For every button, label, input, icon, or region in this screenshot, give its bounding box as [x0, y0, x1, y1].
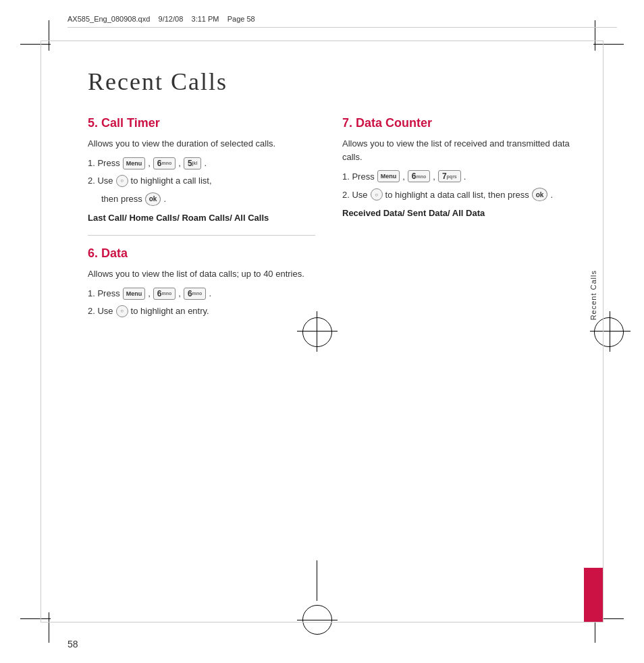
- key-6mno-2b: 6mno: [184, 288, 206, 300]
- data-counter-description: Allows you to view the list of received …: [342, 137, 570, 163]
- data-heading: 6. Data: [88, 246, 315, 261]
- data-description: Allows you to view the list of data call…: [88, 267, 315, 281]
- key-menu-2: Menu: [123, 288, 146, 300]
- header-page: Page 58: [227, 15, 255, 23]
- col-right: 7. Data Counter Allows you to view the l…: [329, 116, 570, 323]
- call-timer-step2b: then press ok .: [88, 192, 315, 206]
- k7d1: 7: [442, 171, 447, 181]
- section-data: 6. Data Allows you to view the list of d…: [88, 246, 315, 317]
- dc-step2a-middle: to highlight a data call list, then pres…: [385, 190, 529, 200]
- col-left: 5. Call Timer Allows you to view the dur…: [68, 116, 315, 323]
- page-number: 58: [68, 639, 78, 649]
- d-step2-middle: to highlight an entry.: [131, 306, 209, 316]
- k5l1: jkl: [192, 161, 198, 165]
- page-title: Recent Calls: [88, 68, 570, 96]
- dc-step2a-label: 2. Use: [342, 190, 368, 200]
- data-step1: 1. Press Menu , 6mno , 6mno .: [88, 288, 315, 300]
- k6d2: 6: [157, 289, 162, 298]
- d-step1-label: 1. Press: [88, 288, 120, 298]
- header-date: 9/12/08: [159, 15, 184, 23]
- data-counter-options: Received Data/ Sent Data/ All Data: [342, 207, 570, 220]
- two-column-layout: 5. Call Timer Allows you to view the dur…: [68, 116, 570, 323]
- dc-step1-label: 1. Press: [342, 171, 375, 182]
- ct-step2b-label: then press: [101, 194, 142, 204]
- key-menu-1-label: Menu: [126, 160, 142, 167]
- k6l3: mno: [417, 174, 427, 179]
- k6l1: mno: [162, 161, 172, 165]
- nav-circle-2: ○: [116, 305, 128, 317]
- section-data-counter: 7. Data Counter Allows you to view the l…: [342, 116, 570, 220]
- key-6mno-2: 6mno: [153, 288, 176, 300]
- key-menu-2-label: Menu: [126, 290, 142, 297]
- side-tab-label: Recent Calls: [589, 270, 597, 325]
- filename-text: AX585_Eng_080908.qxd: [68, 15, 150, 23]
- key-ok-2-label: ok: [536, 191, 544, 198]
- key-ok-1: ok: [145, 192, 161, 206]
- side-tab: Recent Calls: [584, 270, 603, 622]
- k6d3: 6: [412, 171, 417, 181]
- side-tab-red-block: [584, 568, 603, 622]
- call-timer-options: Last Call/ Home Calls/ Roam Calls/ All C…: [88, 211, 315, 225]
- key-5jkl-1: 5jkl: [184, 157, 201, 169]
- call-timer-step2a: 2. Use ○ to highlight a call list,: [88, 175, 315, 187]
- k6d1: 6: [157, 159, 162, 168]
- key-ok-2: ok: [532, 188, 548, 201]
- k6l2b: mno: [192, 291, 203, 296]
- nav-circle-3: ○: [371, 188, 383, 201]
- ct-step1-label: 1. Press: [88, 158, 120, 168]
- call-timer-step1: 1. Press Menu , 6mno , 5jkl .: [88, 157, 315, 169]
- section-divider: [88, 235, 315, 236]
- data-counter-heading: 7. Data Counter: [342, 116, 570, 130]
- key-menu-3-label: Menu: [381, 173, 397, 180]
- k6d2b: 6: [188, 289, 192, 298]
- ct-step2a-label: 2. Use: [88, 176, 113, 186]
- d-step2-label: 2. Use: [88, 306, 113, 316]
- header: AX585_Eng_080908.qxd 9/12/08 3:11 PM Pag…: [68, 15, 617, 28]
- key-ok-1-label: ok: [149, 195, 157, 203]
- key-6mno-3: 6mno: [408, 170, 430, 182]
- data-counter-step1: 1. Press Menu , 6mno , 7pqrs .: [342, 170, 570, 182]
- key-menu-3: Menu: [377, 170, 400, 182]
- nav-circle-1: ○: [116, 175, 128, 187]
- header-time: 3:11 PM: [192, 15, 219, 23]
- k5d1: 5: [188, 159, 192, 168]
- ct-step2a-middle: to highlight a call list,: [131, 176, 212, 186]
- data-counter-step2a: 2. Use ○ to highlight a data call list, …: [342, 188, 570, 201]
- header-filename: AX585_Eng_080908.qxd 9/12/08 3:11 PM Pag…: [68, 15, 617, 23]
- k7l1: pqrs: [447, 174, 457, 179]
- main-content: Recent Calls 5. Call Timer Allows you to…: [68, 68, 570, 609]
- call-timer-heading: 5. Call Timer: [88, 116, 315, 130]
- key-6mno-1: 6mno: [153, 157, 176, 169]
- key-menu-1: Menu: [123, 157, 146, 169]
- data-step2: 2. Use ○ to highlight an entry.: [88, 305, 315, 317]
- k6l2: mno: [162, 291, 172, 296]
- key-7pqrs-1: 7pqrs: [438, 170, 461, 182]
- section-call-timer: 5. Call Timer Allows you to view the dur…: [88, 116, 315, 224]
- call-timer-description: Allows you to view the duration of selec…: [88, 137, 315, 151]
